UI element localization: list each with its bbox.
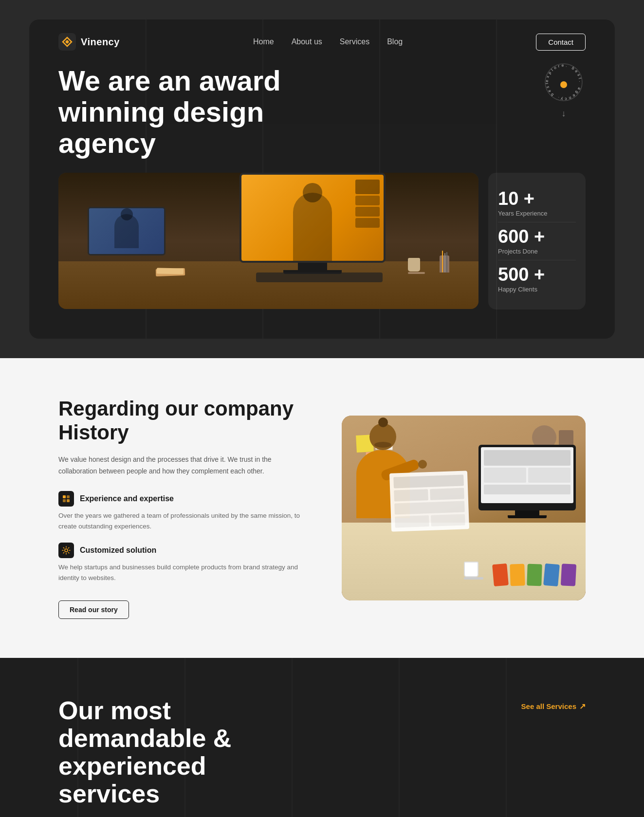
see-all-services-link[interactable]: See all Services ↗ bbox=[521, 702, 586, 711]
desk-scene bbox=[58, 173, 478, 309]
nav-home[interactable]: Home bbox=[253, 37, 274, 46]
read-story-button[interactable]: Read our story bbox=[58, 600, 129, 619]
logo[interactable]: Vinency bbox=[58, 33, 120, 51]
svg-rect-10 bbox=[63, 499, 66, 502]
hero-lower: 10 + Years Experience 600 + Projects Don… bbox=[58, 173, 586, 309]
about-title: Regarding our company History bbox=[58, 397, 303, 444]
svg-point-5 bbox=[66, 40, 69, 43]
customized-icon bbox=[58, 543, 74, 558]
stat-projects-number: 600 + bbox=[498, 227, 576, 246]
about-description: We value honest design and the processes… bbox=[58, 454, 303, 477]
svg-rect-8 bbox=[63, 495, 66, 498]
feature-experience: Experience and expertise Over the years … bbox=[58, 491, 303, 532]
stats-box: 10 + Years Experience 600 + Projects Don… bbox=[488, 173, 586, 309]
nav-about[interactable]: About us bbox=[292, 37, 322, 46]
see-all-label: See all Services bbox=[521, 702, 576, 710]
svg-point-12 bbox=[65, 549, 68, 552]
stat-experience: 10 + Years Experience bbox=[498, 184, 576, 222]
stat-clients-label: Happy Clients bbox=[498, 286, 576, 293]
feature-customized-title: Customized solution bbox=[80, 546, 156, 555]
feature-experience-desc: Over the years we gathered a team of pro… bbox=[58, 510, 303, 532]
circular-badge: explore. best. agency. best. ↓ bbox=[542, 60, 586, 109]
stat-experience-number: 10 + bbox=[498, 189, 576, 208]
nav-links: Home About us Services Blog bbox=[253, 37, 403, 46]
experience-icon bbox=[58, 491, 74, 507]
feature-experience-title: Experience and expertise bbox=[80, 494, 174, 503]
services-title: Our most demandable & experienced servic… bbox=[58, 697, 302, 808]
services-section: Our most demandable & experienced servic… bbox=[0, 658, 644, 817]
about-section: Regarding our company History We value h… bbox=[0, 358, 644, 657]
badge-arrow: ↓ bbox=[562, 109, 566, 119]
stat-projects-label: Projects Done bbox=[498, 248, 576, 255]
svg-text:explore. best. agency. best.: explore. best. agency. best. bbox=[542, 60, 583, 101]
svg-rect-9 bbox=[67, 495, 70, 498]
about-image bbox=[342, 416, 586, 600]
hero-title: We are an award winning design agency bbox=[58, 65, 331, 158]
stat-projects: 600 + Projects Done bbox=[498, 222, 576, 260]
feature-customized: Customized solution We help startups and… bbox=[58, 543, 303, 584]
stat-clients-number: 500 + bbox=[498, 265, 576, 284]
contact-button[interactable]: Contact bbox=[536, 34, 586, 51]
about-left: Regarding our company History We value h… bbox=[58, 397, 303, 618]
nav-services[interactable]: Services bbox=[340, 37, 369, 46]
svg-rect-11 bbox=[67, 499, 70, 502]
stat-clients: 500 + Happy Clients bbox=[498, 260, 576, 298]
stat-experience-label: Years Experience bbox=[498, 210, 576, 217]
logo-text: Vinency bbox=[81, 36, 120, 48]
hero-image bbox=[58, 173, 478, 309]
about-right bbox=[342, 416, 586, 600]
services-header: Our most demandable & experienced servic… bbox=[58, 697, 586, 808]
logo-icon bbox=[58, 33, 76, 51]
feature-customized-desc: We help startups and businesses build co… bbox=[58, 562, 303, 584]
nav-blog[interactable]: Blog bbox=[387, 37, 403, 46]
navbar: Vinency Home About us Services Blog Cont… bbox=[58, 19, 586, 65]
badge-dot bbox=[560, 81, 567, 88]
see-all-arrow: ↗ bbox=[579, 702, 586, 711]
